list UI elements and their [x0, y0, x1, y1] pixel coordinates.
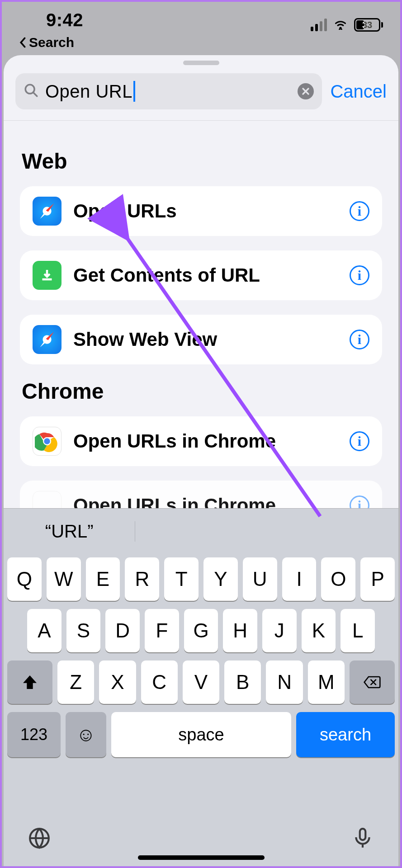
key-j[interactable]: J [262, 609, 297, 652]
key-w[interactable]: W [47, 557, 81, 601]
results-list: Web Open URLs i Get Contents of URL i Sh… [4, 121, 398, 530]
key-r[interactable]: R [125, 557, 159, 601]
key-y[interactable]: Y [203, 557, 238, 601]
cancel-button[interactable]: Cancel [330, 81, 387, 102]
info-button[interactable]: i [350, 201, 369, 221]
chevron-left-icon [19, 37, 27, 48]
keyboard: “URL” QWERTYUIOP ASDFGHJKL ZXCVBNM 123 ☺… [4, 508, 398, 866]
battery-percent: 33 [362, 20, 372, 30]
key-v[interactable]: V [183, 660, 219, 704]
action-open-urls-in-chrome[interactable]: Open URLs in Chrome i [20, 416, 382, 466]
svg-point-0 [339, 27, 341, 29]
svg-line-2 [33, 92, 37, 96]
key-h[interactable]: H [223, 609, 257, 652]
chrome-icon [33, 427, 61, 456]
emoji-key[interactable]: ☺ [66, 712, 106, 757]
text-cursor [133, 81, 135, 102]
key-o[interactable]: O [321, 557, 355, 601]
suggestion[interactable]: “URL” [4, 521, 135, 542]
info-button[interactable]: i [350, 265, 369, 285]
action-open-urls[interactable]: Open URLs i [20, 186, 382, 236]
key-u[interactable]: U [243, 557, 277, 601]
key-b[interactable]: B [224, 660, 261, 704]
action-show-web-view[interactable]: Show Web View i [20, 315, 382, 364]
back-to-app[interactable]: Search [19, 35, 83, 50]
sheet-grabber[interactable] [183, 61, 219, 65]
key-c[interactable]: C [141, 660, 178, 704]
search-key[interactable]: search [296, 712, 395, 757]
search-icon [24, 83, 39, 100]
battery-indicator: 33 [354, 18, 383, 32]
key-n[interactable]: N [266, 660, 303, 704]
cellular-signal-icon [311, 19, 327, 31]
dictation-key[interactable] [351, 827, 374, 851]
globe-key[interactable] [28, 827, 51, 851]
key-m[interactable]: M [308, 660, 345, 704]
key-i[interactable]: I [282, 557, 317, 601]
home-indicator[interactable] [138, 855, 265, 860]
key-l[interactable]: L [341, 609, 375, 652]
search-sheet: Open URL Cancel Web Open URLs i Get Cont… [4, 55, 398, 866]
action-label: Open URLs [73, 200, 338, 222]
clock: 9:42 [46, 10, 83, 30]
action-label: Show Web View [73, 329, 338, 350]
status-bar: 9:42 Search 33 [2, 2, 400, 54]
section-header-web: Web [22, 149, 382, 174]
back-to-app-label: Search [29, 35, 74, 50]
key-a[interactable]: A [27, 609, 61, 652]
action-label: Open URLs in Chrome [73, 430, 338, 452]
suggestion-bar: “URL” [4, 509, 398, 554]
svg-rect-8 [360, 829, 366, 840]
key-p[interactable]: P [360, 557, 395, 601]
key-x[interactable]: X [99, 660, 136, 704]
key-s[interactable]: S [66, 609, 101, 652]
key-k[interactable]: K [302, 609, 336, 652]
info-button[interactable]: i [350, 431, 369, 451]
key-z[interactable]: Z [57, 660, 94, 704]
backspace-key[interactable] [350, 660, 395, 704]
space-key[interactable]: space [111, 712, 291, 757]
key-f[interactable]: F [145, 609, 179, 652]
key-g[interactable]: G [184, 609, 218, 652]
section-header-chrome: Chrome [22, 379, 382, 404]
action-label: Get Contents of URL [73, 264, 338, 286]
shift-key[interactable] [7, 660, 52, 704]
key-e[interactable]: E [86, 557, 120, 601]
clear-search-button[interactable] [298, 83, 314, 99]
action-get-contents-of-url[interactable]: Get Contents of URL i [20, 250, 382, 300]
safari-icon [33, 197, 61, 226]
key-q[interactable]: Q [7, 557, 42, 601]
search-value: Open URL [45, 81, 132, 102]
search-input[interactable]: Open URL [15, 73, 322, 109]
key-t[interactable]: T [164, 557, 199, 601]
numbers-key[interactable]: 123 [7, 712, 61, 757]
download-icon [33, 261, 61, 290]
safari-icon [33, 325, 61, 354]
info-button[interactable]: i [350, 330, 369, 349]
wifi-icon [333, 18, 348, 32]
key-d[interactable]: D [105, 609, 140, 652]
